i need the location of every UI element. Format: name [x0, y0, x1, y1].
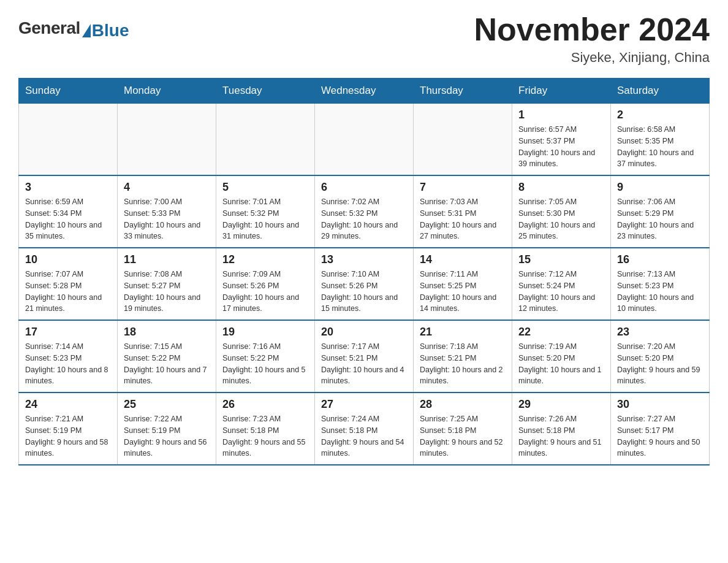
- day-info: Sunrise: 7:11 AMSunset: 5:25 PMDaylight:…: [420, 269, 506, 315]
- day-number: 13: [321, 253, 407, 266]
- calendar-cell: 3Sunrise: 6:59 AMSunset: 5:34 PMDaylight…: [19, 175, 118, 248]
- day-number: 23: [617, 326, 703, 339]
- day-number: 5: [222, 181, 308, 194]
- day-info: Sunrise: 7:24 AMSunset: 5:18 PMDaylight:…: [321, 413, 407, 459]
- day-info: Sunrise: 7:15 AMSunset: 5:22 PMDaylight:…: [124, 341, 210, 387]
- day-info: Sunrise: 7:21 AMSunset: 5:19 PMDaylight:…: [25, 413, 111, 459]
- calendar-cell: 8Sunrise: 7:05 AMSunset: 5:30 PMDaylight…: [512, 175, 611, 248]
- day-info: Sunrise: 6:59 AMSunset: 5:34 PMDaylight:…: [25, 196, 111, 242]
- day-number: 25: [124, 398, 210, 411]
- calendar-cell: 7Sunrise: 7:03 AMSunset: 5:31 PMDaylight…: [414, 175, 512, 248]
- day-info: Sunrise: 7:01 AMSunset: 5:32 PMDaylight:…: [222, 196, 308, 242]
- calendar-cell: 5Sunrise: 7:01 AMSunset: 5:32 PMDaylight…: [216, 175, 315, 248]
- calendar-cell: 1Sunrise: 6:57 AMSunset: 5:37 PMDaylight…: [512, 104, 611, 176]
- calendar-cell: [216, 104, 315, 176]
- day-number: 30: [617, 398, 703, 411]
- calendar-cell: 16Sunrise: 7:13 AMSunset: 5:23 PMDayligh…: [611, 248, 710, 320]
- day-number: 8: [518, 181, 604, 194]
- calendar-cell: 29Sunrise: 7:26 AMSunset: 5:18 PMDayligh…: [512, 393, 611, 465]
- calendar-cell: [315, 104, 414, 176]
- day-info: Sunrise: 7:26 AMSunset: 5:18 PMDaylight:…: [518, 413, 604, 459]
- weekday-header-row: SundayMondayTuesdayWednesdayThursdayFrid…: [19, 79, 710, 104]
- day-number: 28: [420, 398, 506, 411]
- calendar-cell: 12Sunrise: 7:09 AMSunset: 5:26 PMDayligh…: [216, 248, 315, 320]
- day-info: Sunrise: 7:03 AMSunset: 5:31 PMDaylight:…: [420, 196, 506, 242]
- day-info: Sunrise: 7:14 AMSunset: 5:23 PMDaylight:…: [25, 341, 111, 387]
- day-number: 12: [222, 253, 308, 266]
- logo-blue-text: Blue: [92, 21, 129, 40]
- day-info: Sunrise: 7:10 AMSunset: 5:26 PMDaylight:…: [321, 269, 407, 315]
- calendar-cell: 9Sunrise: 7:06 AMSunset: 5:29 PMDaylight…: [611, 175, 710, 248]
- calendar-cell: 30Sunrise: 7:27 AMSunset: 5:17 PMDayligh…: [611, 393, 710, 465]
- calendar-cell: [118, 104, 216, 176]
- day-number: 14: [420, 253, 506, 266]
- day-number: 18: [124, 326, 210, 339]
- logo: General Blue: [18, 18, 129, 38]
- weekday-header-thursday: Thursday: [414, 79, 512, 104]
- day-info: Sunrise: 6:58 AMSunset: 5:35 PMDaylight:…: [617, 124, 703, 170]
- calendar-cell: 2Sunrise: 6:58 AMSunset: 5:35 PMDaylight…: [611, 104, 710, 176]
- calendar-cell: 6Sunrise: 7:02 AMSunset: 5:32 PMDaylight…: [315, 175, 414, 248]
- day-number: 24: [25, 398, 111, 411]
- calendar-cell: 17Sunrise: 7:14 AMSunset: 5:23 PMDayligh…: [19, 320, 118, 393]
- day-info: Sunrise: 7:07 AMSunset: 5:28 PMDaylight:…: [25, 269, 111, 315]
- calendar-cell: 26Sunrise: 7:23 AMSunset: 5:18 PMDayligh…: [216, 393, 315, 465]
- day-number: 26: [222, 398, 308, 411]
- logo-triangle-icon: [82, 24, 91, 37]
- calendar-cell: 22Sunrise: 7:19 AMSunset: 5:20 PMDayligh…: [512, 320, 611, 393]
- day-info: Sunrise: 7:00 AMSunset: 5:33 PMDaylight:…: [124, 196, 210, 242]
- day-info: Sunrise: 7:25 AMSunset: 5:18 PMDaylight:…: [420, 413, 506, 459]
- day-number: 27: [321, 398, 407, 411]
- calendar-cell: 14Sunrise: 7:11 AMSunset: 5:25 PMDayligh…: [414, 248, 512, 320]
- calendar-cell: 4Sunrise: 7:00 AMSunset: 5:33 PMDaylight…: [118, 175, 216, 248]
- day-number: 22: [518, 326, 604, 339]
- day-number: 7: [420, 181, 506, 194]
- weekday-header-wednesday: Wednesday: [315, 79, 414, 104]
- calendar-cell: 18Sunrise: 7:15 AMSunset: 5:22 PMDayligh…: [118, 320, 216, 393]
- calendar-week-row: 17Sunrise: 7:14 AMSunset: 5:23 PMDayligh…: [19, 320, 710, 393]
- day-number: 1: [518, 109, 604, 121]
- title-section: November 2024 Siyeke, Xinjiang, China: [474, 12, 710, 66]
- calendar-cell: 23Sunrise: 7:20 AMSunset: 5:20 PMDayligh…: [611, 320, 710, 393]
- calendar-week-row: 1Sunrise: 6:57 AMSunset: 5:37 PMDaylight…: [19, 104, 710, 176]
- calendar-cell: 27Sunrise: 7:24 AMSunset: 5:18 PMDayligh…: [315, 393, 414, 465]
- weekday-header-tuesday: Tuesday: [216, 79, 315, 104]
- calendar-week-row: 10Sunrise: 7:07 AMSunset: 5:28 PMDayligh…: [19, 248, 710, 320]
- calendar-table: SundayMondayTuesdayWednesdayThursdayFrid…: [18, 78, 710, 465]
- day-number: 3: [25, 181, 111, 194]
- day-info: Sunrise: 7:18 AMSunset: 5:21 PMDaylight:…: [420, 341, 506, 387]
- weekday-header-saturday: Saturday: [611, 79, 710, 104]
- day-number: 6: [321, 181, 407, 194]
- calendar-cell: 15Sunrise: 7:12 AMSunset: 5:24 PMDayligh…: [512, 248, 611, 320]
- day-info: Sunrise: 6:57 AMSunset: 5:37 PMDaylight:…: [518, 124, 604, 170]
- calendar-week-row: 24Sunrise: 7:21 AMSunset: 5:19 PMDayligh…: [19, 393, 710, 465]
- calendar-cell: 10Sunrise: 7:07 AMSunset: 5:28 PMDayligh…: [19, 248, 118, 320]
- day-number: 4: [124, 181, 210, 194]
- weekday-header-sunday: Sunday: [19, 79, 118, 104]
- day-number: 2: [617, 109, 703, 121]
- day-info: Sunrise: 7:08 AMSunset: 5:27 PMDaylight:…: [124, 269, 210, 315]
- day-info: Sunrise: 7:22 AMSunset: 5:19 PMDaylight:…: [124, 413, 210, 459]
- day-info: Sunrise: 7:16 AMSunset: 5:22 PMDaylight:…: [222, 341, 308, 387]
- day-number: 15: [518, 253, 604, 266]
- calendar-cell: 11Sunrise: 7:08 AMSunset: 5:27 PMDayligh…: [118, 248, 216, 320]
- calendar-cell: 21Sunrise: 7:18 AMSunset: 5:21 PMDayligh…: [414, 320, 512, 393]
- calendar-cell: 25Sunrise: 7:22 AMSunset: 5:19 PMDayligh…: [118, 393, 216, 465]
- day-info: Sunrise: 7:13 AMSunset: 5:23 PMDaylight:…: [617, 269, 703, 315]
- day-info: Sunrise: 7:06 AMSunset: 5:29 PMDaylight:…: [617, 196, 703, 242]
- day-info: Sunrise: 7:20 AMSunset: 5:20 PMDaylight:…: [617, 341, 703, 387]
- calendar-cell: 28Sunrise: 7:25 AMSunset: 5:18 PMDayligh…: [414, 393, 512, 465]
- day-info: Sunrise: 7:12 AMSunset: 5:24 PMDaylight:…: [518, 269, 604, 315]
- day-info: Sunrise: 7:27 AMSunset: 5:17 PMDaylight:…: [617, 413, 703, 459]
- calendar-cell: 20Sunrise: 7:17 AMSunset: 5:21 PMDayligh…: [315, 320, 414, 393]
- day-info: Sunrise: 7:09 AMSunset: 5:26 PMDaylight:…: [222, 269, 308, 315]
- day-number: 19: [222, 326, 308, 339]
- calendar-cell: 24Sunrise: 7:21 AMSunset: 5:19 PMDayligh…: [19, 393, 118, 465]
- day-info: Sunrise: 7:19 AMSunset: 5:20 PMDaylight:…: [518, 341, 604, 387]
- day-info: Sunrise: 7:02 AMSunset: 5:32 PMDaylight:…: [321, 196, 407, 242]
- day-number: 17: [25, 326, 111, 339]
- month-title: November 2024: [474, 12, 710, 47]
- day-info: Sunrise: 7:05 AMSunset: 5:30 PMDaylight:…: [518, 196, 604, 242]
- page-header: General Blue November 2024 Siyeke, Xinji…: [18, 12, 710, 66]
- weekday-header-monday: Monday: [118, 79, 216, 104]
